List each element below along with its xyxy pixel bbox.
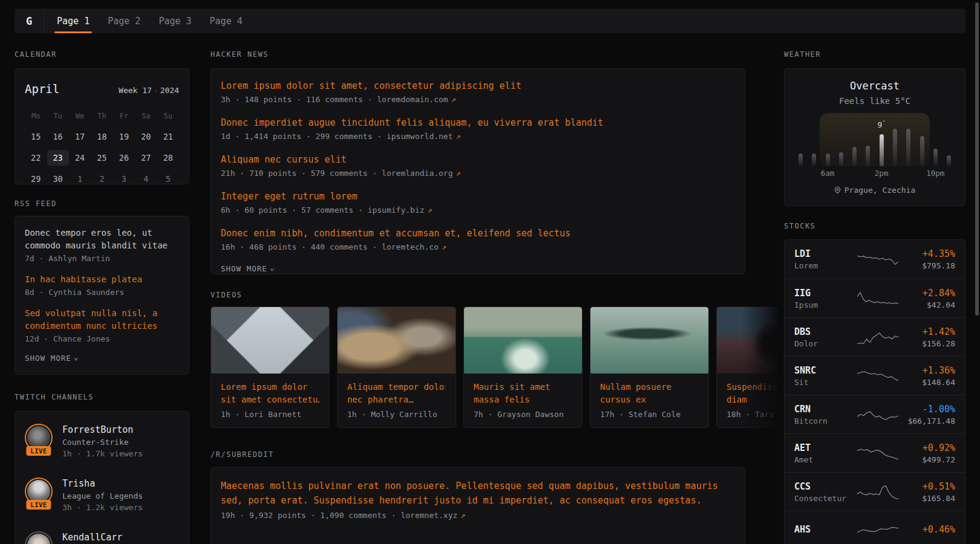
stock-price: $148.64: [906, 378, 955, 387]
video-title[interactable]: Aliquam tempor dolor nec pharetra…: [338, 374, 456, 406]
twitch-channel-info: Trisha League of Legends 3h · 1.2k viewe…: [62, 478, 143, 512]
calendar-day: 16: [47, 129, 69, 144]
nav-tab[interactable]: Page 2: [99, 8, 149, 33]
rss-item-title[interactable]: In hac habitasse platea: [25, 273, 179, 286]
subreddit-post: Maecenas mollis pulvinar erat non posuer…: [221, 479, 735, 520]
video-card[interactable]: Aliquam tempor dolor nec pharetra… 1h · …: [337, 306, 456, 428]
stock-id: CRN Bitcorn: [794, 404, 857, 426]
chevron-down-icon: ⌄: [74, 352, 79, 361]
hackernews-item-title[interactable]: Donec imperdiet augue tincidunt felis al…: [221, 117, 735, 129]
rss-item-meta: 12d · Chance Jones: [25, 334, 179, 343]
weather-highlight-temp: 9°: [877, 120, 885, 129]
twitch-channel-name: Trisha: [62, 478, 143, 489]
weather-hour-bar: [920, 136, 924, 166]
stock-row[interactable]: DBS Dolor +1.42% $156.28: [785, 317, 965, 356]
hackernews-item-domain[interactable]: loremtech.co: [382, 242, 439, 251]
video-thumbnail[interactable]: [338, 307, 456, 374]
calendar-weekday: Su: [157, 110, 179, 122]
scrollbar[interactable]: [975, 2, 979, 316]
weather-condition: Overcast: [785, 80, 965, 92]
nav-tab[interactable]: Page 1: [48, 8, 99, 33]
hackernews-item-domain[interactable]: loremlandia.org: [382, 169, 452, 178]
video-title[interactable]: Suspendisse diam: [717, 374, 784, 406]
stock-change: +2.84%: [906, 288, 955, 299]
stock-row[interactable]: LDI Lorem +4.35% $795.18: [785, 240, 965, 279]
video-card[interactable]: Nullam posuere cursus ex 17h · Stefan Co…: [590, 306, 709, 428]
hackernews-item-domain[interactable]: loremdomain.com: [377, 95, 448, 104]
stock-name: Amet: [794, 455, 857, 464]
video-thumbnail[interactable]: [464, 307, 582, 374]
hackernews-item-title[interactable]: Lorem ipsum dolor sit amet, consectetur …: [221, 80, 735, 92]
stock-change: +4.35%: [906, 248, 955, 259]
twitch-channel-row[interactable]: LIVE Trisha League of Legends 3h · 1.2k …: [25, 478, 179, 512]
hackernews-item-meta: 21h · 710 points · 579 comments · loreml…: [221, 169, 735, 178]
hackernews-item-title[interactable]: Integer eget rutrum lorem: [221, 190, 735, 203]
nav-tab[interactable]: Page 4: [201, 8, 252, 33]
stock-row[interactable]: AHS +0.46%: [785, 511, 965, 544]
twitch-avatar-wrap: LIVE: [25, 424, 53, 452]
stock-price: $499.72: [906, 455, 955, 464]
twitch-channel-row[interactable]: LIVE KendallCarr: [25, 531, 179, 544]
rss-item-title[interactable]: Donec tempor eros leo, ut commodo mauris…: [25, 227, 179, 252]
video-title[interactable]: Mauris sit amet massa felis: [464, 374, 582, 406]
video-card[interactable]: Mauris sit amet massa felis 7h · Grayson…: [463, 306, 583, 428]
rss-item-title[interactable]: Sed volutpat nulla nisl, a condimentum n…: [25, 307, 179, 332]
video-thumbnail[interactable]: [211, 307, 329, 374]
stock-row[interactable]: SNRC Sit +1.36% $148.64: [785, 356, 965, 395]
hackernews-item-domain[interactable]: ipsumworld.net: [387, 132, 453, 141]
hackernews-item: Donec imperdiet augue tincidunt felis al…: [221, 117, 735, 141]
stock-row[interactable]: AET Amet +0.92% $499.72: [785, 433, 965, 472]
twitch-channel-row[interactable]: LIVE ForrestBurton Counter-Strike 1h · 1…: [25, 424, 179, 458]
hackernews-item-title[interactable]: Aliquam nec cursus elit: [221, 154, 735, 166]
rss-show-more-button[interactable]: SHOW MORE⌄: [25, 354, 179, 363]
stock-price: $165.84: [906, 494, 955, 503]
app-logo[interactable]: G: [15, 8, 44, 33]
video-title[interactable]: Nullam posuere cursus ex: [590, 374, 708, 406]
nav-tab[interactable]: Page 3: [149, 8, 200, 33]
hackernews-item-meta: 1d · 1,414 points · 299 comments · ipsum…: [221, 132, 735, 141]
stock-price: $156.28: [906, 339, 955, 348]
subreddit-post-domain[interactable]: loremnet.xyz: [400, 511, 457, 520]
stock-row[interactable]: CRN Bitcorn -1.00% $66,171.48: [785, 395, 965, 433]
hackernews-item-domain[interactable]: ipsumify.biz: [368, 206, 425, 215]
video-thumbnail[interactable]: [590, 307, 708, 374]
stock-name: Lorem: [794, 261, 857, 270]
calendar-weekday: We: [69, 110, 91, 122]
stock-change: -1.00%: [906, 404, 955, 415]
avatar: [27, 534, 50, 544]
subreddit-section-label: /R/SUBREDDIT: [211, 451, 784, 459]
stock-price: $66,171.48: [906, 416, 955, 426]
calendar-day: 20: [135, 129, 157, 144]
stock-row[interactable]: CCS Consectetur +0.51% $165.84: [785, 472, 965, 511]
calendar-day: 25: [91, 150, 113, 166]
stock-ticker: CCS: [794, 481, 857, 492]
stock-row[interactable]: IIG Ipsum +2.84% $42.04: [785, 279, 965, 317]
nav-tab-label: Page 2: [108, 16, 140, 27]
calendar-section-label: CALENDAR: [15, 51, 189, 59]
twitch-channel-category: League of Legends: [62, 491, 143, 500]
hackernews-widget: Lorem ipsum dolor sit amet, consectetur …: [211, 68, 745, 274]
video-title[interactable]: Lorem ipsum dolor sit amet consectetu…: [211, 374, 329, 406]
stock-change: +0.92%: [906, 442, 955, 453]
live-badge: LIVE: [26, 446, 51, 456]
hackernews-show-more-button[interactable]: SHOW MORE⌄: [221, 264, 735, 273]
weather-hour-bar: [852, 147, 857, 166]
weather-hour-bar: [826, 154, 830, 166]
stock-values: -1.00% $66,171.48: [906, 404, 955, 426]
calendar-day: 21: [157, 129, 179, 144]
video-thumbnail[interactable]: [717, 307, 784, 374]
subreddit-post-title[interactable]: Maecenas mollis pulvinar erat non posuer…: [221, 479, 735, 508]
videos-carousel: Lorem ipsum dolor sit amet consectetu… 1…: [211, 306, 784, 429]
hackernews-section-label: HACKER NEWS: [211, 51, 784, 59]
stock-values: +0.46%: [906, 524, 955, 537]
calendar-day-grid: 15 16 17 18 19 20 21 22 23 24 25 26 27 2…: [25, 129, 179, 187]
video-card[interactable]: Suspendisse diam 18h · Tara: [716, 306, 784, 428]
stocks-section-label: STOCKS: [784, 222, 965, 230]
hackernews-item-title[interactable]: Donec enim nibh, condimentum et accumsan…: [221, 227, 735, 240]
stock-id: SNRC Sit: [794, 365, 857, 387]
calendar-day: 15: [25, 129, 47, 144]
weather-time-label: 6am: [821, 169, 835, 178]
stock-sparkline: [857, 483, 906, 501]
video-card[interactable]: Lorem ipsum dolor sit amet consectetu… 1…: [211, 306, 330, 428]
subreddit-widget: Maecenas mollis pulvinar erat non posuer…: [211, 467, 745, 544]
